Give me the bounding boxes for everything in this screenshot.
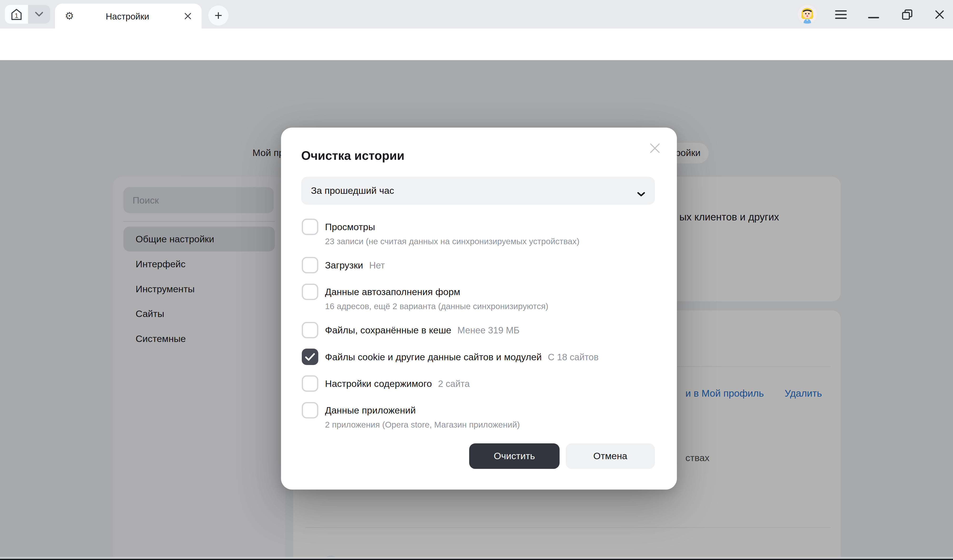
girl-avatar-icon	[798, 5, 817, 23]
checkbox[interactable]	[302, 375, 318, 391]
clear-history-option[interactable]: Просмотры 23 записи (не считая данных на…	[302, 219, 655, 249]
checkmark-icon	[305, 353, 315, 361]
option-subtext: 23 записи (не считая данных на синхрониз…	[325, 237, 579, 247]
option-label: Файлы cookie и другие данные сайтов и мо…	[325, 349, 542, 365]
option-label: Данные приложений	[325, 402, 416, 419]
tab-group-control: 1	[5, 5, 50, 23]
option-text: Файлы cookie и другие данные сайтов и мо…	[325, 349, 599, 367]
clear-history-option[interactable]: Файлы, сохранённые в кеше Менее 319 МБ	[302, 322, 655, 340]
option-value: Менее 319 МБ	[458, 325, 520, 335]
checkbox[interactable]	[302, 219, 318, 235]
restore-icon	[901, 9, 913, 21]
option-text: Файлы, сохранённые в кеше Менее 319 МБ	[325, 322, 519, 340]
minimize-button[interactable]	[867, 8, 880, 21]
clear-button[interactable]: Очистить	[469, 444, 560, 469]
dialog-buttons: Очистить Отмена	[469, 444, 655, 469]
cancel-button[interactable]: Отмена	[566, 444, 655, 469]
checkbox[interactable]	[302, 402, 318, 419]
option-label: Просмотры	[325, 219, 375, 235]
chevron-down-icon	[35, 12, 43, 17]
tab-close-button[interactable]	[181, 9, 194, 23]
clear-history-dialog: Очистка истории За прошедший час	[281, 127, 677, 489]
toolbar: Я Y settings Настройки	[0, 29, 953, 60]
tab-count-button[interactable]: 1	[5, 5, 28, 23]
gear-icon: ⚙	[65, 11, 74, 21]
option-label: Данные автозаполнения форм	[325, 284, 460, 300]
hamburger-icon	[835, 10, 846, 19]
checkbox[interactable]	[302, 284, 318, 300]
dialog-title: Очистка истории	[301, 149, 404, 163]
option-text: Загрузки Нет	[325, 257, 385, 275]
menu-button[interactable]	[834, 8, 847, 21]
maximize-button[interactable]	[900, 8, 914, 21]
clear-history-option[interactable]: Данные приложений 2 приложения (Opera st…	[302, 402, 655, 432]
tab-settings[interactable]: ⚙ Настройки	[55, 3, 202, 29]
close-icon	[935, 10, 944, 20]
clear-history-option[interactable]: Настройки содержимого 2 сайта	[302, 375, 655, 393]
checkbox[interactable]	[302, 349, 318, 365]
option-text: Просмотры 23 записи (не считая данных на…	[325, 219, 579, 249]
minimize-icon	[868, 8, 879, 21]
option-value: С 18 сайтов	[548, 352, 599, 362]
close-icon	[184, 13, 191, 20]
clear-history-option[interactable]: Загрузки Нет	[302, 257, 655, 275]
option-label: Настройки содержимого	[325, 375, 432, 391]
clear-history-option[interactable]: Файлы cookie и другие данные сайтов и мо…	[302, 349, 655, 367]
option-text: Настройки содержимого 2 сайта	[325, 375, 470, 393]
svg-text:1: 1	[14, 12, 18, 19]
period-select-value: За прошедший час	[311, 177, 394, 204]
option-subtext: 2 приложения (Opera store, Магазин прило…	[325, 420, 520, 430]
option-subtext: 16 адресов, ещё 2 варианта (данные синхр…	[325, 301, 548, 311]
dialog-close-button[interactable]	[649, 142, 661, 154]
clear-history-options: Просмотры 23 записи (не считая данных на…	[302, 219, 655, 440]
option-label: Файлы, сохранённые в кеше	[325, 322, 451, 338]
option-value: 2 сайта	[438, 378, 470, 388]
browser-window: 1 ⚙ Настройки +	[0, 0, 953, 560]
tab-strip: 1 ⚙ Настройки +	[0, 0, 953, 29]
clear-history-option[interactable]: Данные автозаполнения форм 16 адресов, е…	[302, 284, 655, 313]
tab-list-dropdown-button[interactable]	[28, 5, 50, 23]
close-window-button[interactable]	[933, 8, 946, 21]
tab-shield-icon: 1	[9, 7, 24, 22]
option-label: Загрузки	[325, 257, 363, 273]
option-text: Данные приложений 2 приложения (Opera st…	[325, 402, 520, 432]
checkbox[interactable]	[302, 322, 318, 338]
period-select[interactable]: За прошедший час	[301, 177, 655, 204]
browser-profile-avatar[interactable]	[798, 5, 817, 23]
screen-bottom-line	[0, 558, 953, 560]
new-tab-button[interactable]: +	[208, 5, 228, 25]
chevron-down-icon	[637, 188, 645, 199]
option-value: Нет	[369, 260, 385, 270]
checkbox[interactable]	[302, 257, 318, 273]
close-icon	[649, 143, 660, 154]
tab-title: Настройки	[74, 11, 181, 21]
option-text: Данные автозаполнения форм 16 адресов, е…	[325, 284, 548, 313]
